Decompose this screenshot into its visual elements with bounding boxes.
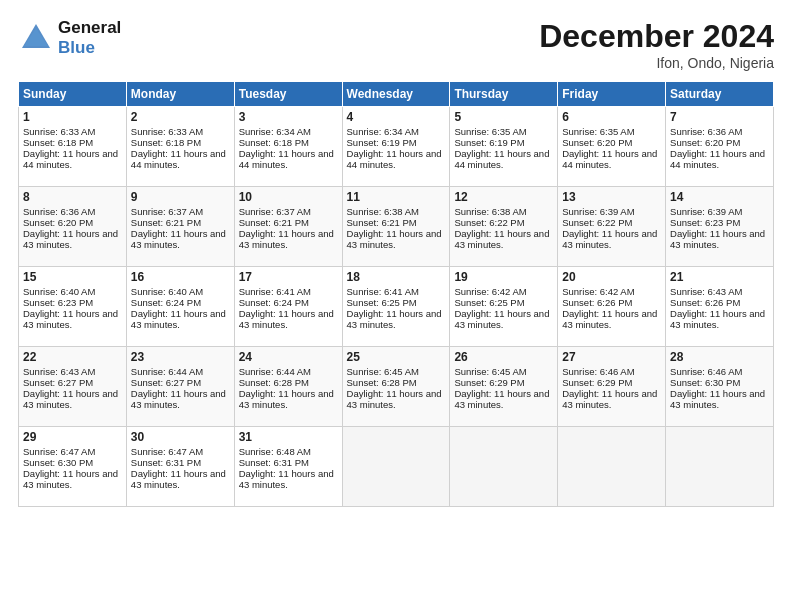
sunset: Sunset: 6:29 PM <box>454 377 524 388</box>
sunrise: Sunrise: 6:33 AM <box>23 126 95 137</box>
sunset: Sunset: 6:18 PM <box>239 137 309 148</box>
daylight: Daylight: 11 hours and 44 minutes. <box>131 148 226 170</box>
day-number: 1 <box>23 110 122 124</box>
col-saturday: Saturday <box>666 82 774 107</box>
sunrise: Sunrise: 6:47 AM <box>131 446 203 457</box>
sunrise: Sunrise: 6:43 AM <box>670 286 742 297</box>
sunset: Sunset: 6:30 PM <box>23 457 93 468</box>
calendar-cell: 23 Sunrise: 6:44 AM Sunset: 6:27 PM Dayl… <box>126 347 234 427</box>
sunset: Sunset: 6:26 PM <box>562 297 632 308</box>
calendar-cell: 21 Sunrise: 6:43 AM Sunset: 6:26 PM Dayl… <box>666 267 774 347</box>
calendar-week-row: 8 Sunrise: 6:36 AM Sunset: 6:20 PM Dayli… <box>19 187 774 267</box>
calendar-cell: 26 Sunrise: 6:45 AM Sunset: 6:29 PM Dayl… <box>450 347 558 427</box>
calendar-header-row: Sunday Monday Tuesday Wednesday Thursday… <box>19 82 774 107</box>
day-number: 21 <box>670 270 769 284</box>
sunset: Sunset: 6:26 PM <box>670 297 740 308</box>
day-number: 9 <box>131 190 230 204</box>
sunset: Sunset: 6:21 PM <box>347 217 417 228</box>
col-wednesday: Wednesday <box>342 82 450 107</box>
daylight: Daylight: 11 hours and 43 minutes. <box>670 308 765 330</box>
sunrise: Sunrise: 6:35 AM <box>454 126 526 137</box>
daylight: Daylight: 11 hours and 43 minutes. <box>131 228 226 250</box>
day-number: 2 <box>131 110 230 124</box>
page-container: General Blue December 2024 Ifon, Ondo, N… <box>0 0 792 517</box>
daylight: Daylight: 11 hours and 43 minutes. <box>239 228 334 250</box>
calendar-cell: 22 Sunrise: 6:43 AM Sunset: 6:27 PM Dayl… <box>19 347 127 427</box>
sunset: Sunset: 6:20 PM <box>562 137 632 148</box>
day-number: 8 <box>23 190 122 204</box>
daylight: Daylight: 11 hours and 43 minutes. <box>131 388 226 410</box>
daylight: Daylight: 11 hours and 43 minutes. <box>23 468 118 490</box>
daylight: Daylight: 11 hours and 43 minutes. <box>23 308 118 330</box>
daylight: Daylight: 11 hours and 43 minutes. <box>670 388 765 410</box>
sunrise: Sunrise: 6:48 AM <box>239 446 311 457</box>
sunrise: Sunrise: 6:36 AM <box>23 206 95 217</box>
sunrise: Sunrise: 6:45 AM <box>454 366 526 377</box>
logo: General Blue <box>18 18 121 57</box>
sunset: Sunset: 6:24 PM <box>239 297 309 308</box>
day-number: 27 <box>562 350 661 364</box>
sunset: Sunset: 6:31 PM <box>239 457 309 468</box>
sunset: Sunset: 6:20 PM <box>670 137 740 148</box>
daylight: Daylight: 11 hours and 43 minutes. <box>239 468 334 490</box>
col-monday: Monday <box>126 82 234 107</box>
day-number: 22 <box>23 350 122 364</box>
sunrise: Sunrise: 6:46 AM <box>562 366 634 377</box>
daylight: Daylight: 11 hours and 43 minutes. <box>239 308 334 330</box>
day-number: 10 <box>239 190 338 204</box>
logo-text-blue: Blue <box>58 38 121 58</box>
calendar-cell: 7 Sunrise: 6:36 AM Sunset: 6:20 PM Dayli… <box>666 107 774 187</box>
calendar-cell: 27 Sunrise: 6:46 AM Sunset: 6:29 PM Dayl… <box>558 347 666 427</box>
calendar-cell <box>342 427 450 507</box>
svg-marker-1 <box>24 28 48 46</box>
day-number: 30 <box>131 430 230 444</box>
calendar-cell: 8 Sunrise: 6:36 AM Sunset: 6:20 PM Dayli… <box>19 187 127 267</box>
sunrise: Sunrise: 6:34 AM <box>347 126 419 137</box>
daylight: Daylight: 11 hours and 43 minutes. <box>562 388 657 410</box>
daylight: Daylight: 11 hours and 43 minutes. <box>454 228 549 250</box>
day-number: 5 <box>454 110 553 124</box>
month-title: December 2024 <box>539 18 774 55</box>
day-number: 23 <box>131 350 230 364</box>
daylight: Daylight: 11 hours and 43 minutes. <box>562 228 657 250</box>
sunrise: Sunrise: 6:38 AM <box>454 206 526 217</box>
sunrise: Sunrise: 6:37 AM <box>131 206 203 217</box>
calendar-cell: 4 Sunrise: 6:34 AM Sunset: 6:19 PM Dayli… <box>342 107 450 187</box>
location: Ifon, Ondo, Nigeria <box>539 55 774 71</box>
sunrise: Sunrise: 6:44 AM <box>239 366 311 377</box>
col-sunday: Sunday <box>19 82 127 107</box>
sunrise: Sunrise: 6:40 AM <box>131 286 203 297</box>
sunset: Sunset: 6:28 PM <box>239 377 309 388</box>
day-number: 19 <box>454 270 553 284</box>
sunset: Sunset: 6:23 PM <box>23 297 93 308</box>
calendar-week-row: 1 Sunrise: 6:33 AM Sunset: 6:18 PM Dayli… <box>19 107 774 187</box>
sunrise: Sunrise: 6:33 AM <box>131 126 203 137</box>
daylight: Daylight: 11 hours and 43 minutes. <box>131 468 226 490</box>
sunset: Sunset: 6:21 PM <box>239 217 309 228</box>
sunrise: Sunrise: 6:44 AM <box>131 366 203 377</box>
sunset: Sunset: 6:25 PM <box>347 297 417 308</box>
sunrise: Sunrise: 6:43 AM <box>23 366 95 377</box>
daylight: Daylight: 11 hours and 43 minutes. <box>239 388 334 410</box>
col-friday: Friday <box>558 82 666 107</box>
calendar-cell: 25 Sunrise: 6:45 AM Sunset: 6:28 PM Dayl… <box>342 347 450 427</box>
day-number: 25 <box>347 350 446 364</box>
daylight: Daylight: 11 hours and 43 minutes. <box>454 308 549 330</box>
calendar-cell: 10 Sunrise: 6:37 AM Sunset: 6:21 PM Dayl… <box>234 187 342 267</box>
day-number: 20 <box>562 270 661 284</box>
sunset: Sunset: 6:20 PM <box>23 217 93 228</box>
sunrise: Sunrise: 6:46 AM <box>670 366 742 377</box>
sunrise: Sunrise: 6:45 AM <box>347 366 419 377</box>
day-number: 3 <box>239 110 338 124</box>
calendar-cell <box>558 427 666 507</box>
sunset: Sunset: 6:18 PM <box>23 137 93 148</box>
sunset: Sunset: 6:27 PM <box>131 377 201 388</box>
sunrise: Sunrise: 6:35 AM <box>562 126 634 137</box>
calendar-cell: 29 Sunrise: 6:47 AM Sunset: 6:30 PM Dayl… <box>19 427 127 507</box>
calendar-cell: 12 Sunrise: 6:38 AM Sunset: 6:22 PM Dayl… <box>450 187 558 267</box>
calendar-cell: 30 Sunrise: 6:47 AM Sunset: 6:31 PM Dayl… <box>126 427 234 507</box>
sunrise: Sunrise: 6:42 AM <box>562 286 634 297</box>
daylight: Daylight: 11 hours and 43 minutes. <box>23 388 118 410</box>
calendar-cell <box>450 427 558 507</box>
day-number: 6 <box>562 110 661 124</box>
